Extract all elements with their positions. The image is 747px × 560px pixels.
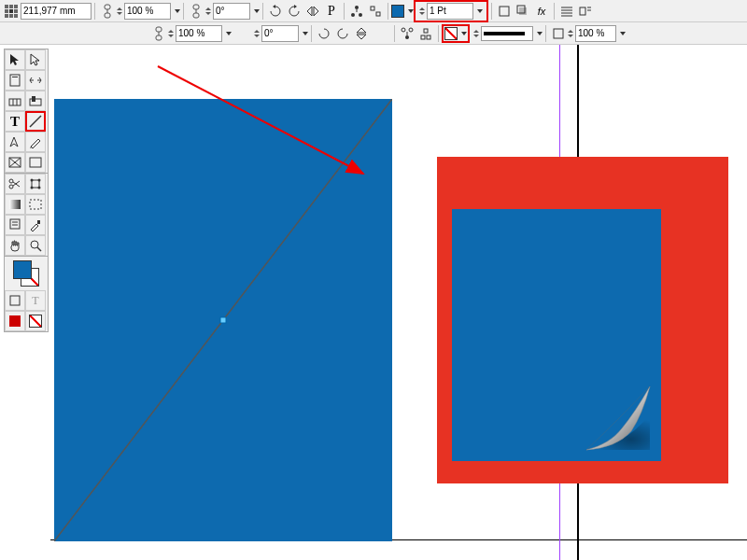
hand-tool[interactable]	[5, 235, 25, 256]
opacity-input[interactable]	[575, 25, 616, 42]
fx-icon[interactable]: fx	[532, 2, 551, 21]
stroke-style-dropdown[interactable]	[481, 26, 533, 41]
effects-icon-1[interactable]	[495, 2, 514, 21]
type-tool[interactable]: T	[5, 111, 25, 132]
direct-selection-tool[interactable]	[25, 49, 46, 70]
dropdown-icon[interactable]	[477, 9, 483, 13]
svg-point-36	[402, 28, 405, 32]
svg-line-74	[158, 66, 363, 174]
rectangle-tool[interactable]	[25, 152, 46, 173]
rotation-spinner[interactable]	[205, 7, 211, 15]
content-placer-tool[interactable]	[25, 91, 46, 111]
note-tool[interactable]	[5, 215, 25, 235]
apply-none-button[interactable]	[25, 311, 46, 331]
svg-rect-38	[424, 29, 428, 33]
shear-input[interactable]	[261, 25, 299, 42]
rotate-icon-4[interactable]	[333, 24, 352, 43]
gradient-swatch-tool[interactable]	[5, 194, 25, 215]
pen-tool[interactable]	[5, 132, 25, 152]
dropdown-icon[interactable]	[303, 32, 308, 35]
rotation-input[interactable]	[213, 3, 250, 20]
svg-rect-64	[30, 200, 41, 209]
selection-tool[interactable]	[5, 49, 25, 70]
rotate-ccw-icon[interactable]	[266, 2, 285, 21]
text-wrap-icon-1[interactable]	[557, 2, 576, 21]
format-container-button[interactable]	[5, 290, 25, 311]
content-collector-tool[interactable]	[5, 91, 25, 111]
format-text-button[interactable]: T	[25, 290, 46, 311]
effects-icon-2[interactable]	[514, 2, 532, 21]
svg-rect-31	[156, 27, 162, 32]
dropdown-icon[interactable]	[226, 32, 232, 35]
flip-horizontal-icon[interactable]	[303, 2, 322, 21]
canvas[interactable]	[50, 45, 747, 560]
shear-spinner[interactable]	[254, 30, 260, 37]
pencil-tool[interactable]	[25, 132, 46, 152]
top-toolbar-row-1: P fx	[0, 0, 747, 22]
top-toolbar-row-2	[0, 22, 747, 45]
gap-tool[interactable]	[25, 70, 46, 91]
zoom-tool[interactable]	[25, 235, 46, 256]
fill-swatch[interactable]	[391, 5, 404, 18]
svg-rect-73	[220, 317, 226, 323]
svg-rect-5	[14, 9, 18, 13]
annotation-arrow	[153, 62, 377, 183]
svg-rect-41	[554, 29, 563, 38]
svg-point-18	[359, 13, 362, 17]
dropdown-icon[interactable]	[175, 9, 180, 13]
opacity-spinner[interactable]	[568, 30, 573, 37]
svg-point-37	[409, 28, 413, 32]
link-icon[interactable]	[149, 24, 168, 43]
svg-rect-39	[421, 35, 425, 39]
svg-point-61	[31, 187, 34, 189]
scale-x-spinner[interactable]	[117, 7, 122, 15]
blue-rectangle-inner[interactable]	[452, 209, 661, 461]
page-tool[interactable]	[5, 70, 25, 91]
select-parent-icon[interactable]	[398, 24, 416, 43]
scale-y-spinner[interactable]	[168, 30, 174, 37]
flip-v-icon[interactable]	[352, 24, 371, 43]
svg-point-69	[31, 241, 38, 248]
dropdown-icon[interactable]	[537, 32, 543, 35]
svg-rect-4	[9, 9, 13, 13]
dropdown-icon[interactable]	[620, 32, 626, 35]
rotate-cw-icon[interactable]	[285, 2, 303, 21]
gradient-feather-tool[interactable]	[25, 194, 46, 215]
constrain-icon[interactable]	[98, 2, 117, 21]
distribute-icon[interactable]	[366, 2, 385, 21]
svg-rect-1	[9, 5, 13, 8]
eyedropper-tool[interactable]	[25, 215, 46, 235]
svg-rect-6	[5, 14, 8, 18]
dropdown-icon[interactable]	[461, 32, 467, 35]
stroke-swatch[interactable]	[444, 27, 458, 40]
stroke-weight-spinner[interactable]	[419, 7, 425, 15]
svg-rect-9	[105, 5, 110, 9]
rectangle-frame-tool[interactable]	[5, 152, 25, 173]
stroke-style-spinner[interactable]	[473, 30, 479, 37]
dropdown-icon[interactable]	[254, 9, 260, 13]
auto-fit-icon[interactable]	[549, 24, 568, 43]
text-wrap-icon-2[interactable]	[576, 2, 595, 21]
page-curl-effect	[558, 358, 652, 452]
apply-color-button[interactable]	[5, 311, 25, 331]
align-icon[interactable]	[347, 2, 366, 21]
line-tool[interactable]	[25, 111, 46, 132]
scale-x-input[interactable]	[124, 3, 171, 20]
stroke-weight-input[interactable]	[427, 3, 473, 20]
fill-stroke-swatch[interactable]	[13, 260, 39, 287]
svg-rect-0	[5, 5, 8, 8]
type-path-icon[interactable]: P	[322, 2, 341, 21]
scissors-tool[interactable]	[5, 174, 25, 194]
free-transform-tool[interactable]	[25, 174, 46, 194]
svg-rect-19	[371, 7, 374, 10]
rotate-icon-3[interactable]	[315, 24, 333, 43]
svg-rect-21	[500, 7, 509, 16]
select-child-icon[interactable]	[416, 24, 435, 43]
svg-rect-65	[10, 219, 20, 229]
red-rectangle[interactable]	[437, 157, 728, 483]
position-input[interactable]	[21, 3, 92, 20]
constrain-icon-2[interactable]	[187, 2, 205, 21]
svg-line-70	[37, 247, 41, 251]
anchor-point-icon[interactable]	[2, 2, 21, 21]
scale-y-input[interactable]	[176, 25, 222, 42]
